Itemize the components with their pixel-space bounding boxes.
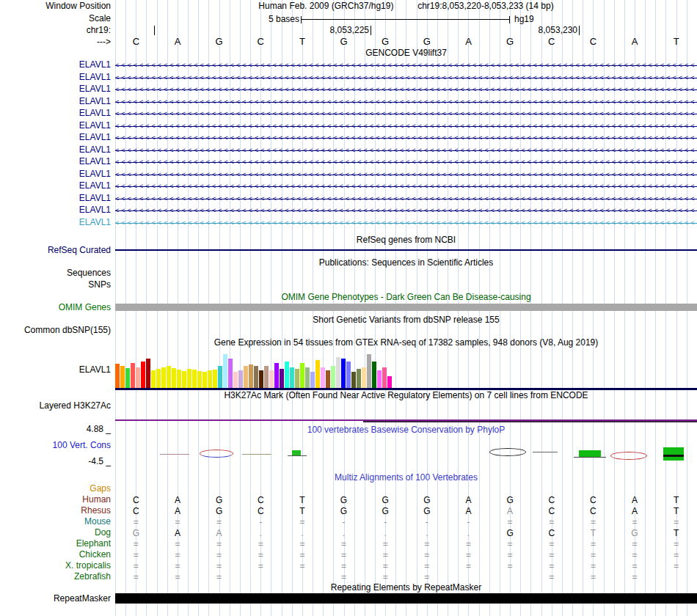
gtex-gene-label[interactable]: ELAVL1 [0, 365, 111, 375]
gene-track-label[interactable]: ELAVL1 [0, 145, 111, 155]
gtex-tissue-bar[interactable] [146, 359, 150, 388]
gtex-tissue-bar[interactable] [331, 366, 335, 388]
gene-track-label[interactable]: ELAVL1 [0, 181, 111, 191]
multiz-species-label[interactable]: Elephant [0, 539, 111, 549]
gene-transcript[interactable]: <<<<<<<<<<<<<<<<<<<<<<<<<<<<<<<<<<<<<<<<… [115, 157, 697, 167]
gene-track-label[interactable]: ELAVL1 [0, 73, 111, 82]
gtex-tissue-bar[interactable] [372, 362, 376, 388]
gene-transcript[interactable]: <<<<<<<<<<<<<<<<<<<<<<<<<<<<<<<<<<<<<<<<… [115, 109, 697, 119]
gtex-tissue-bar[interactable] [315, 360, 320, 388]
gtex-tissue-bar[interactable] [300, 363, 304, 388]
gene-track-label[interactable]: ELAVL1 [0, 133, 111, 142]
gene-transcript[interactable]: <<<<<<<<<<<<<<<<<<<<<<<<<<<<<<<<<<<<<<<<… [115, 205, 697, 216]
gtex-tissue-bar[interactable] [326, 370, 330, 388]
gene-track-label[interactable]: ELAVL1 [0, 84, 111, 94]
gtex-tissue-bar[interactable] [151, 370, 156, 388]
gtex-tissue-bar[interactable] [115, 364, 120, 388]
gtex-tissue-bar[interactable] [141, 362, 145, 388]
gtex-tissue-bar[interactable] [167, 366, 171, 388]
gene-transcript[interactable]: <<<<<<<<<<<<<<<<<<<<<<<<<<<<<<<<<<<<<<<<… [115, 97, 697, 107]
gtex-tissue-bar[interactable] [208, 370, 212, 388]
gene-track-label[interactable]: ELAVL1 [0, 169, 111, 179]
gtex-tissue-bar[interactable] [218, 366, 222, 388]
gtex-tissue-bar[interactable] [321, 367, 325, 388]
gtex-tissue-bar[interactable] [346, 362, 351, 388]
gtex-tissue-bar[interactable] [274, 363, 279, 388]
gtex-tissue-bar[interactable] [362, 367, 366, 388]
gtex-tissue-bar[interactable] [197, 371, 202, 388]
gene-transcript[interactable]: <<<<<<<<<<<<<<<<<<<<<<<<<<<<<<<<<<<<<<<<… [115, 194, 697, 204]
refseq-gene-line[interactable] [115, 249, 697, 251]
gtex-tissue-bar[interactable] [295, 369, 299, 388]
gene-transcript[interactable]: <<<<<<<<<<<<<<<<<<<<<<<<<<<<<<<<<<<<<<<<… [115, 133, 697, 143]
gene-track-label[interactable]: ELAVL1 [0, 97, 111, 106]
gtex-tissue-bar[interactable] [244, 366, 248, 388]
gene-track-label[interactable]: ELAVL1 [0, 109, 111, 118]
gtex-tissue-bar[interactable] [387, 376, 392, 388]
gtex-tissue-bar[interactable] [120, 366, 125, 388]
gtex-tissue-bar[interactable] [177, 370, 181, 388]
gtex-tissue-bar[interactable] [377, 370, 382, 388]
common-dbsnp-label[interactable]: Common dbSNP(155) [0, 326, 111, 335]
omim-genes-label[interactable]: OMIM Genes [0, 303, 111, 312]
gtex-tissue-bar[interactable] [310, 372, 315, 388]
gtex-tissue-bar[interactable] [357, 369, 361, 388]
gtex-tissue-bar[interactable] [305, 367, 310, 388]
layered-h3k27ac-label[interactable]: Layered H3K27Ac [0, 401, 111, 411]
gtex-tissue-bar[interactable] [269, 370, 274, 388]
gene-track-label[interactable]: ELAVL1 [0, 218, 111, 227]
omim-gene-bar[interactable] [115, 304, 697, 311]
gtex-tissue-bar[interactable] [336, 357, 340, 388]
gtex-tissue-bar[interactable] [161, 367, 166, 388]
gtex-tissue-bar[interactable] [202, 372, 207, 388]
gtex-tissue-bar[interactable] [136, 367, 140, 388]
gtex-tissue-bar[interactable] [249, 364, 253, 388]
gtex-tissue-bar[interactable] [213, 370, 217, 388]
repeatmasker-element-bar[interactable] [115, 593, 697, 604]
gtex-tissue-bar[interactable] [238, 370, 243, 388]
gtex-tissue-bar[interactable] [264, 366, 269, 388]
gene-track-label[interactable]: ELAVL1 [0, 194, 111, 203]
multiz-species-label[interactable]: Dog [0, 528, 111, 538]
gene-transcript[interactable]: <<<<<<<<<<<<<<<<<<<<<<<<<<<<<<<<<<<<<<<<… [115, 73, 697, 83]
gene-transcript[interactable]: <<<<<<<<<<<<<<<<<<<<<<<<<<<<<<<<<<<<<<<<… [115, 145, 697, 155]
multiz-species-label[interactable]: Zebrafish [0, 572, 111, 582]
gene-transcript[interactable]: <<<<<<<<<<<<<<<<<<<<<<<<<<<<<<<<<<<<<<<<… [115, 84, 697, 95]
gene-transcript[interactable]: <<<<<<<<<<<<<<<<<<<<<<<<<<<<<<<<<<<<<<<<… [115, 169, 697, 180]
refseq-curated-label[interactable]: RefSeq Curated [0, 246, 111, 255]
vert-cons-label[interactable]: 100 Vert. Cons [0, 441, 111, 450]
multiz-species-label[interactable]: Chicken [0, 550, 111, 560]
repeatmasker-label[interactable]: RepeatMasker [0, 594, 111, 604]
multiz-species-label[interactable]: Rhesus [0, 506, 111, 516]
gene-track-label[interactable]: ELAVL1 [0, 205, 111, 215]
gene-transcript[interactable]: <<<<<<<<<<<<<<<<<<<<<<<<<<<<<<<<<<<<<<<<… [115, 181, 697, 191]
gtex-tissue-bar[interactable] [259, 370, 263, 388]
h3k27ac-signal-line-2[interactable] [363, 421, 697, 422]
gtex-tissue-bar[interactable] [172, 368, 176, 388]
gtex-tissue-bar[interactable] [156, 369, 161, 388]
gtex-tissue-bar[interactable] [223, 354, 227, 388]
multiz-species-label[interactable]: Gaps [0, 484, 111, 494]
gtex-tissue-bar[interactable] [341, 359, 346, 388]
gtex-tissue-bar[interactable] [254, 366, 258, 388]
gtex-tissue-bar[interactable] [187, 369, 191, 388]
gene-transcript[interactable]: <<<<<<<<<<<<<<<<<<<<<<<<<<<<<<<<<<<<<<<<… [115, 121, 697, 131]
gtex-tissue-bar[interactable] [367, 354, 371, 388]
gene-track-label[interactable]: ELAVL1 [0, 60, 111, 70]
gtex-tissue-bar[interactable] [182, 371, 186, 388]
gtex-tissue-bar[interactable] [280, 369, 284, 388]
gene-transcript[interactable]: <<<<<<<<<<<<<<<<<<<<<<<<<<<<<<<<<<<<<<<<… [115, 218, 697, 228]
snps-track-label[interactable]: SNPs [0, 280, 111, 290]
gene-transcript[interactable]: <<<<<<<<<<<<<<<<<<<<<<<<<<<<<<<<<<<<<<<<… [115, 60, 697, 70]
multiz-species-label[interactable]: X. tropicalis [0, 561, 111, 571]
gtex-tissue-bar[interactable] [192, 370, 197, 388]
gene-track-label[interactable]: ELAVL1 [0, 157, 111, 166]
gene-track-label[interactable]: ELAVL1 [0, 121, 111, 131]
gtex-tissue-bar[interactable] [228, 359, 233, 388]
gtex-tissue-bar[interactable] [285, 362, 289, 388]
gtex-tissue-bar[interactable] [233, 372, 238, 388]
gtex-tissue-bar[interactable] [351, 372, 356, 388]
gtex-tissue-bar[interactable] [290, 367, 294, 388]
multiz-species-label[interactable]: Human [0, 495, 111, 505]
gtex-expression-barchart[interactable] [115, 352, 697, 388]
